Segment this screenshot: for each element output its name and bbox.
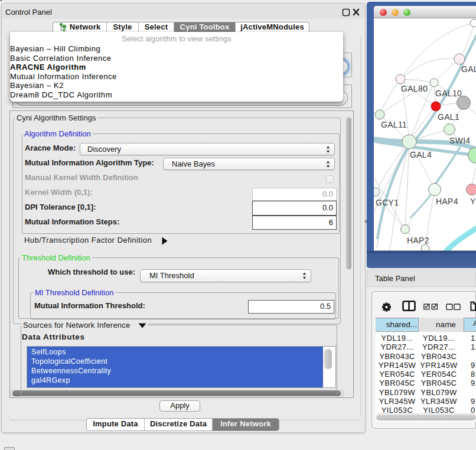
svg-text:GAL80: GAL80: [401, 84, 428, 93]
svg-text:GCY1: GCY1: [376, 198, 399, 207]
svg-text:GAL4: GAL4: [410, 150, 432, 159]
svg-text:HAP2: HAP2: [407, 236, 429, 245]
svg-text:GAL2: GAL2: [461, 64, 476, 74]
svg-text:GAL11: GAL11: [381, 120, 407, 129]
svg-text:SWI4: SWI4: [449, 136, 470, 145]
svg-text:Y: Y: [470, 197, 476, 206]
svg-text:HAP4: HAP4: [436, 197, 458, 206]
svg-text:GAL10: GAL10: [435, 89, 462, 98]
svg-text:GAL1: GAL1: [438, 112, 459, 122]
